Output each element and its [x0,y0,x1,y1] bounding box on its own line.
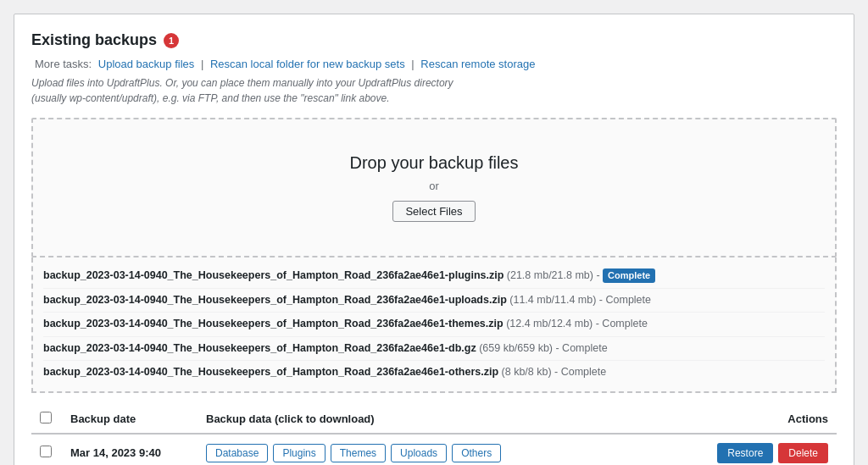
upload-size-2: (12.4 mb/12.4 mb) - Complete [506,318,648,329]
upload-filename-2: backup_2023-03-14-0940_The_Housekeepers_… [43,318,504,329]
plugins-button[interactable]: Plugins [273,444,325,462]
header-actions: Actions [709,405,837,434]
upload-size-3: (659 kb/659 kb) - Complete [479,342,607,354]
row-date-cell: Mar 14, 2023 9:40 [62,434,198,466]
main-container: Existing backups 1 More tasks: Upload ba… [14,14,854,465]
upload-item-4: backup_2023-03-14-0940_The_Housekeepers_… [43,361,825,385]
select-all-header-checkbox[interactable] [40,412,52,423]
more-tasks-row: More tasks: Upload backup files | Rescan… [31,58,837,70]
upload-size-4: (8 kb/8 kb) - Complete [502,366,607,378]
action-buttons: Restore Delete [717,443,828,463]
themes-button[interactable]: Themes [331,444,386,462]
more-tasks-label: More tasks: [35,58,92,70]
upload-backup-files-link[interactable]: Upload backup files [98,58,194,70]
backup-data-buttons: Database Plugins Themes Uploads Others [206,444,700,462]
separator-1: | [201,58,207,70]
delete-button[interactable]: Delete [778,443,828,463]
upload-filename-1: backup_2023-03-14-0940_The_Housekeepers_… [43,294,507,306]
table-header: Backup date Backup data (click to downlo… [31,405,837,434]
rescan-local-link[interactable]: Rescan local folder for new backup sets [210,58,405,70]
upload-size-1: (11.4 mb/11.4 mb) - Complete [509,294,651,306]
drop-zone[interactable]: Drop your backup files or Select Files [31,118,837,257]
row-date: Mar 14, 2023 9:40 [70,446,161,459]
row-actions-cell: Restore Delete [709,434,837,466]
title-row: Existing backups 1 [31,31,837,49]
separator-2: | [411,58,417,70]
upload-item-2: backup_2023-03-14-0940_The_Housekeepers_… [43,313,825,337]
description-text: Upload files into UpdraftPlus. Or, you c… [31,75,455,106]
upload-list: backup_2023-03-14-0940_The_Housekeepers_… [31,257,837,393]
table-body: Mar 14, 2023 9:40 Database Plugins Theme… [31,434,837,466]
others-button[interactable]: Others [452,444,501,462]
header-checkbox-col [31,405,62,434]
rescan-remote-link[interactable]: Rescan remote storage [420,58,535,70]
upload-item-0: backup_2023-03-14-0940_The_Housekeepers_… [43,264,825,289]
row-checkbox[interactable] [40,446,52,457]
select-files-button[interactable]: Select Files [392,201,475,222]
upload-filename-0: backup_2023-03-14-0940_The_Housekeepers_… [43,269,504,281]
header-date: Backup date [62,405,198,434]
row-data-cell: Database Plugins Themes Uploads Others [198,434,709,466]
table-header-row: Backup date Backup data (click to downlo… [31,405,837,434]
drop-zone-title: Drop your backup files [50,153,818,173]
badge-count: 1 [164,33,179,48]
header-data: Backup data (click to download) [198,405,709,434]
upload-filename-4: backup_2023-03-14-0940_The_Housekeepers_… [43,366,498,378]
drop-zone-or: or [50,180,818,192]
upload-size-0: (21.8 mb/21.8 mb) - [507,269,603,281]
restore-button[interactable]: Restore [717,443,773,463]
backup-table: Backup date Backup data (click to downlo… [31,405,837,466]
page-title: Existing backups [31,31,157,49]
database-button[interactable]: Database [206,444,268,462]
uploads-button[interactable]: Uploads [391,444,447,462]
upload-item-3: backup_2023-03-14-0940_The_Housekeepers_… [43,337,825,362]
row-checkbox-cell [31,434,62,466]
upload-filename-3: backup_2023-03-14-0940_The_Housekeepers_… [43,342,476,354]
table-row: Mar 14, 2023 9:40 Database Plugins Theme… [31,434,837,466]
upload-status-0: Complete [603,268,655,283]
upload-item-1: backup_2023-03-14-0940_The_Housekeepers_… [43,289,825,313]
